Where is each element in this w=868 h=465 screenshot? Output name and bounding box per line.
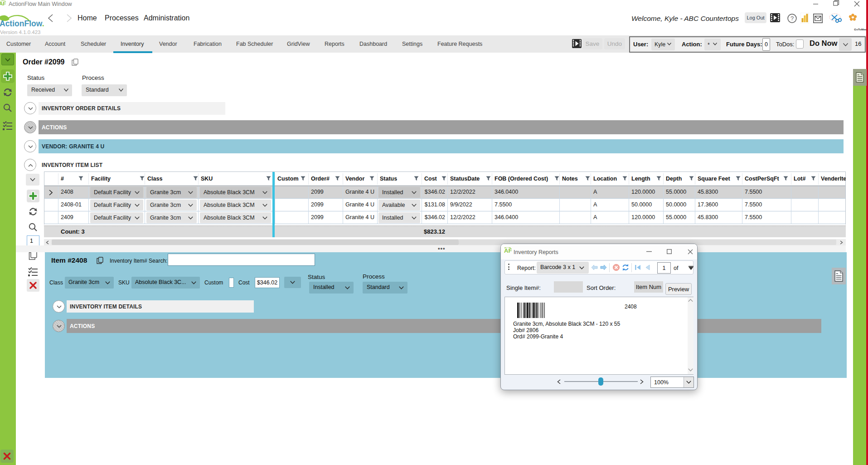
svg-text:ActionFlow.: ActionFlow. (0, 19, 44, 28)
svg-text:AF: AF (0, 1, 6, 6)
svg-text:?: ? (790, 15, 794, 22)
